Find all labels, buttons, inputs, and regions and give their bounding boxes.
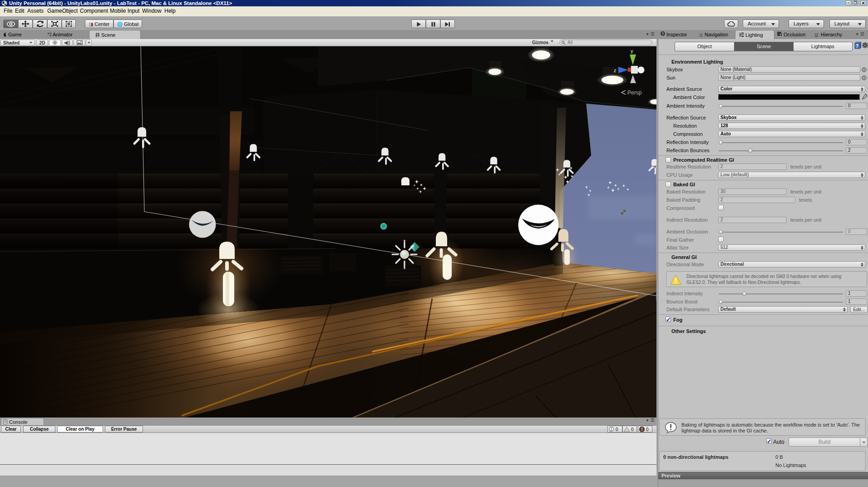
svg-text:Persp: Persp <box>627 89 642 96</box>
svg-text:z: z <box>614 68 616 73</box>
svg-text:y: y <box>631 48 633 54</box>
svg-text:?: ? <box>856 44 858 49</box>
